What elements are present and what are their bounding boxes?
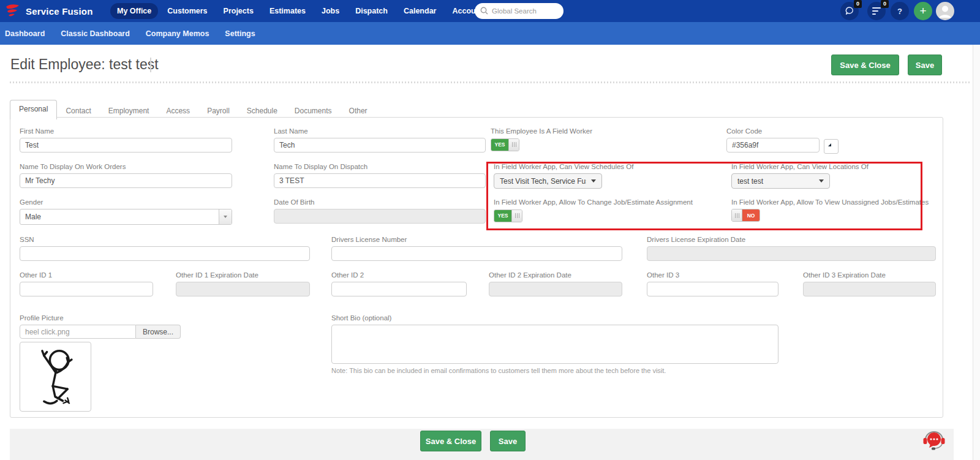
save-and-close-button-bottom[interactable]: Save & Close (420, 431, 481, 451)
toggle-yes-label: YES (491, 139, 508, 151)
edit-employee-page: Service Fusion My Office Customers Proje… (0, 0, 980, 460)
first-name-field: First Name (20, 127, 232, 153)
short-bio-field: Short Bio (optional) (331, 314, 778, 366)
scrollbar[interactable] (973, 45, 980, 460)
ssn-field: SSN (20, 236, 310, 261)
list-lines-icon (872, 7, 881, 15)
footer-bar (10, 429, 954, 460)
work-orders-name-input[interactable] (20, 173, 232, 188)
employee-tabs: Personal Contact Employment Access Payro… (10, 100, 376, 119)
tab-contact[interactable]: Contact (57, 102, 99, 119)
dispatch-name-input[interactable] (274, 173, 486, 188)
page-title: Edit Employee: test test (10, 56, 159, 73)
color-code-input[interactable] (726, 138, 820, 153)
other-id-1-exp-field: Other ID 1 Expiration Date (176, 271, 310, 296)
browse-button[interactable]: Browse... (136, 325, 181, 339)
user-avatar[interactable] (936, 2, 954, 20)
first-name-input[interactable] (20, 138, 232, 153)
tab-schedule[interactable]: Schedule (238, 102, 286, 119)
other-id-3-exp-input[interactable] (803, 282, 936, 296)
nav-item-jobs[interactable]: Jobs (315, 3, 346, 19)
chevron-down-icon (591, 179, 596, 183)
help-button[interactable]: ? (891, 2, 909, 20)
gender-value: Male (20, 209, 219, 224)
tab-other[interactable]: Other (341, 102, 376, 119)
locations-of-value: test test (737, 177, 763, 186)
date-of-birth-input[interactable] (274, 209, 486, 224)
change-assignment-field: In Field Worker App, Allow To Change Job… (494, 198, 693, 222)
drivers-license-exp-label: Drivers License Expiration Date (647, 236, 936, 243)
service-fusion-logo-icon (5, 4, 21, 18)
nav-item-calendar[interactable]: Calendar (397, 3, 443, 19)
gender-select[interactable]: Male (20, 209, 232, 225)
profile-picture-preview (20, 342, 91, 412)
tab-personal[interactable]: Personal (10, 100, 57, 119)
brand[interactable]: Service Fusion (0, 4, 110, 18)
other-id-1-field: Other ID 1 (20, 271, 153, 296)
ssn-input[interactable] (20, 246, 310, 261)
other-id-2-exp-label: Other ID 2 Expiration Date (489, 271, 622, 279)
short-bio-textarea[interactable] (331, 325, 778, 364)
view-unassigned-toggle[interactable]: NO (731, 209, 760, 222)
save-button-top[interactable]: Save (908, 55, 942, 75)
other-id-1-exp-input[interactable] (176, 282, 310, 296)
subnav-item-settings[interactable]: Settings (225, 29, 255, 38)
tab-documents[interactable]: Documents (286, 102, 341, 119)
tab-access[interactable]: Access (157, 102, 198, 119)
other-id-2-input[interactable] (331, 282, 467, 296)
other-id-2-exp-input[interactable] (489, 282, 622, 296)
nav-item-dispatch[interactable]: Dispatch (349, 3, 394, 19)
last-name-input[interactable] (274, 138, 486, 153)
profile-picture-label: Profile Picture (20, 314, 181, 322)
locations-of-dropdown[interactable]: test test (731, 173, 830, 189)
help-icon: ? (897, 7, 902, 16)
gender-label: Gender (20, 198, 232, 206)
subnav-item-company-memos[interactable]: Company Memos (146, 29, 209, 38)
save-button-bottom[interactable]: Save (490, 431, 526, 451)
brand-name: Service Fusion (26, 6, 93, 17)
headset-chat-icon (921, 425, 948, 452)
view-unassigned-field: In Field Worker App, Allow To View Unass… (731, 198, 929, 224)
other-id-3-label: Other ID 3 (647, 271, 778, 279)
chevron-down-icon (819, 179, 824, 183)
nav-item-customers[interactable]: Customers (160, 3, 214, 19)
chat-badge: 0 (854, 0, 862, 8)
field-worker-label: This Employee Is A Field Worker (491, 127, 592, 135)
field-worker-toggle[interactable]: YES (491, 138, 519, 151)
nav-item-projects[interactable]: Projects (217, 3, 260, 19)
global-search (475, 3, 564, 19)
profile-picture-filename[interactable]: heel click.png (20, 325, 136, 339)
other-id-3-field: Other ID 3 (647, 271, 778, 296)
tab-employment[interactable]: Employment (100, 102, 158, 119)
select-arrow-button (219, 209, 232, 224)
person-icon (936, 2, 954, 20)
change-assignment-label: In Field Worker App, Allow To Change Job… (494, 198, 693, 206)
first-name-label: First Name (20, 127, 232, 135)
color-picker-button[interactable] (824, 139, 839, 154)
quick-add-button[interactable]: + (914, 2, 932, 20)
drivers-license-label: Drivers License Number (331, 236, 622, 243)
subnav-item-classic-dashboard[interactable]: Classic Dashboard (61, 29, 130, 38)
color-code-label: Color Code (726, 127, 820, 135)
schedules-of-dropdown[interactable]: Test Visit Tech, Service Fusion Su (494, 173, 602, 189)
change-assignment-toggle[interactable]: YES (494, 209, 522, 222)
schedules-of-field: In Field Worker App, Can View Schedules … (494, 163, 633, 189)
support-chat-widget[interactable] (921, 425, 948, 452)
drivers-license-exp-input[interactable] (647, 246, 936, 261)
dotted-divider (10, 81, 970, 83)
drivers-license-field: Drivers License Number (331, 236, 622, 261)
other-id-3-input[interactable] (647, 282, 778, 296)
toggle-yes-label: YES (494, 210, 511, 222)
drivers-license-input[interactable] (331, 246, 622, 261)
nav-item-my-office[interactable]: My Office (110, 3, 158, 19)
toggle-handle (732, 209, 742, 221)
locations-of-label: In Field Worker App, Can View Locations … (731, 163, 869, 170)
other-id-1-input[interactable] (20, 282, 153, 296)
tab-payroll[interactable]: Payroll (198, 102, 238, 119)
save-and-close-button-top[interactable]: Save & Close (831, 55, 899, 75)
subnav-item-dashboard[interactable]: Dashboard (5, 29, 45, 38)
other-id-2-exp-field: Other ID 2 Expiration Date (489, 271, 622, 296)
nav-item-estimates[interactable]: Estimates (263, 3, 312, 19)
drivers-license-exp-field: Drivers License Expiration Date (647, 236, 936, 261)
toggle-no-label: NO (742, 209, 760, 221)
